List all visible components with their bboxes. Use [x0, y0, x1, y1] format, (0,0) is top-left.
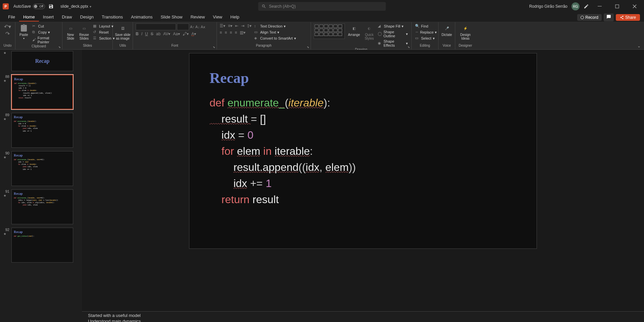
align-text-button[interactable]: ▭Align Text ▾ — [254, 30, 297, 35]
notes-pane[interactable]: Started with a useful model Understood m… — [82, 311, 644, 322]
reset-button[interactable]: ↺Reset — [92, 30, 116, 35]
close-button[interactable] — [628, 1, 641, 11]
font-color-button[interactable]: A▾ — [191, 32, 196, 36]
thumbnail-slide[interactable]: Recapdef enumerate_(iterable): result = … — [11, 75, 73, 109]
section-button[interactable]: ☰Section ▾ — [92, 36, 116, 41]
line-spacing-button[interactable]: ‡▾ — [247, 24, 251, 28]
highlight-button[interactable]: 🖍▾ — [183, 32, 189, 36]
thumbnail-row[interactable]: 88★Recapdef enumerate_(iterable): result… — [3, 75, 79, 109]
shape-outline-button[interactable]: ◯Shape Outline ▾ — [377, 30, 409, 38]
justify-button[interactable]: ≡ — [235, 30, 237, 35]
comments-button[interactable] — [604, 13, 614, 21]
italic-button[interactable]: I — [141, 32, 142, 36]
paragraph-launcher-icon[interactable]: ⬊ — [307, 46, 309, 49]
font-size-input[interactable] — [177, 24, 189, 30]
quick-styles-button[interactable]: ◐Quick Styles — [363, 24, 375, 41]
select-button[interactable]: ▭Select ▾ — [414, 36, 435, 41]
slide-title[interactable]: Recap — [210, 70, 516, 87]
align-right-button[interactable]: ≡ — [230, 30, 232, 35]
share-button[interactable]: Share — [616, 14, 640, 21]
drawing-launcher-icon[interactable]: ⬊ — [408, 46, 410, 49]
filename-dropdown-icon[interactable]: ▾ — [90, 5, 91, 8]
thumbnail-row[interactable]: 90★Recapdef enumerate_(iterable, start=0… — [3, 151, 79, 186]
redo-button[interactable]: ↷ — [5, 31, 10, 37]
shapes-gallery[interactable] — [314, 24, 345, 39]
minimize-button[interactable] — [593, 1, 606, 11]
bold-button[interactable]: B — [136, 32, 139, 36]
slide-code-block[interactable]: def enumerate_(iterable): result = [] id… — [210, 95, 516, 208]
increase-indent-button[interactable]: ⇥ — [241, 24, 244, 28]
align-center-button[interactable]: ≡ — [225, 30, 227, 35]
username[interactable]: Rodrigo Girão Serrão — [529, 4, 567, 9]
menu-review[interactable]: Review — [186, 13, 209, 21]
maximize-button[interactable] — [610, 1, 624, 11]
design-ideas-button[interactable]: ⚡Design Ideas — [458, 24, 473, 41]
thumbnail-slide[interactable]: Recapdef enumerate_(iterable): idx = 0 f… — [11, 113, 73, 148]
text-direction-button[interactable]: ↕Text Direction ▾ — [254, 24, 297, 29]
record-button[interactable]: Record — [577, 14, 602, 21]
thumbnail-row[interactable]: 92★Recapdef gen_indices(start): — [3, 228, 79, 263]
cut-button[interactable]: ✂Cut — [32, 24, 59, 29]
columns-button[interactable]: ▥▾ — [240, 30, 245, 35]
menu-transitions[interactable]: Transitions — [98, 13, 127, 21]
arrange-button[interactable]: ◧Arrange — [347, 24, 362, 37]
slide-canvas[interactable]: Recap def enumerate_(iterable): result =… — [82, 50, 644, 311]
paste-button[interactable]: Paste▾ — [18, 24, 30, 41]
menu-animations[interactable]: Animations — [127, 13, 156, 21]
pen-icon[interactable] — [584, 4, 589, 9]
thumbnail-slide[interactable]: Recapdef enumerate_(iterable, start=0): … — [11, 189, 73, 224]
svg-rect-0 — [598, 6, 602, 6]
slide-main[interactable]: Recap def enumerate_(iterable): result =… — [189, 53, 537, 249]
menu-help[interactable]: Help — [226, 13, 243, 21]
layout-button[interactable]: ▦Layout ▾ — [92, 24, 116, 29]
replace-button[interactable]: ↔Replace ▾ — [414, 30, 435, 35]
copy-button[interactable]: ⧉Copy ▾ — [32, 30, 59, 35]
thumbnail-row[interactable]: ★Recap — [3, 51, 79, 71]
shape-fill-button[interactable]: ◢Shape Fill ▾ — [377, 24, 409, 29]
thumbnail-slide[interactable]: Recapdef gen_indices(start): — [11, 228, 73, 263]
save-slide-as-image-button[interactable]: 🖼Save slide as image — [116, 24, 130, 41]
autosave-label: AutoSave — [13, 4, 31, 9]
thumbnail-row[interactable]: 91★Recapdef enumerate_(iterable, start=0… — [3, 189, 79, 224]
underline-button[interactable]: U — [145, 32, 148, 36]
menu-view[interactable]: View — [209, 13, 226, 21]
font-launcher-icon[interactable]: ⬊ — [213, 46, 215, 49]
menu-insert[interactable]: Insert — [39, 13, 58, 21]
collapse-ribbon-icon[interactable]: ⌄ — [637, 44, 641, 48]
reuse-slides-button[interactable]: ▭Reuse Slides — [78, 24, 90, 41]
shape-effects-button[interactable]: ◉Shape Effects ▾ — [377, 39, 409, 48]
filename[interactable]: slide_deck.pptx — [60, 4, 88, 9]
char-spacing-button[interactable]: AV▾ — [163, 32, 170, 36]
numbering-button[interactable]: ≡▾ — [228, 24, 232, 28]
new-slide-button[interactable]: ▭New Slide — [65, 24, 76, 41]
decrease-font-icon[interactable]: A↓ — [195, 25, 200, 29]
find-button[interactable]: 🔍Find — [414, 24, 435, 29]
decrease-indent-button[interactable]: ⇤ — [235, 24, 238, 28]
avatar[interactable]: RG — [571, 2, 580, 10]
strikethrough-button[interactable]: S — [151, 32, 153, 36]
menu-draw[interactable]: Draw — [58, 13, 76, 21]
slide-thumbnails-panel[interactable]: ★Recap88★Recapdef enumerate_(iterable): … — [0, 50, 82, 322]
font-name-input[interactable] — [136, 24, 176, 30]
change-case-button[interactable]: Aa▾ — [173, 32, 180, 36]
align-left-button[interactable]: ≡ — [220, 30, 222, 35]
save-icon[interactable] — [48, 4, 54, 9]
menu-slide-show[interactable]: Slide Show — [156, 13, 186, 21]
increase-font-icon[interactable]: A↑ — [190, 25, 194, 29]
clipboard-launcher-icon[interactable]: ⬊ — [58, 46, 61, 49]
search-input[interactable]: Search (Alt+Q) — [258, 2, 386, 11]
autosave-toggle[interactable]: Off — [33, 4, 45, 9]
thumbnail-slide[interactable]: Recap — [11, 51, 73, 71]
convert-smartart-button[interactable]: ◈Convert to SmartArt ▾ — [254, 36, 297, 41]
thumbnail-slide[interactable]: Recapdef enumerate_(iterable, start=0): … — [11, 151, 73, 186]
dictate-button[interactable]: 🎤Dictate — [441, 24, 452, 37]
menu-file[interactable]: File — [4, 13, 19, 21]
undo-button[interactable]: ↶▾ — [4, 24, 11, 30]
format-painter-button[interactable]: 🖌Format Painter — [32, 36, 59, 44]
thumbnail-row[interactable]: 89★Recapdef enumerate_(iterable): idx = … — [3, 113, 79, 148]
menu-home[interactable]: Home — [19, 13, 39, 21]
bullets-button[interactable]: ☰▾ — [220, 24, 225, 28]
shadow-button[interactable]: ab — [156, 32, 160, 36]
menu-design[interactable]: Design — [76, 13, 98, 21]
clear-format-icon[interactable]: Aⅹ — [201, 25, 205, 29]
